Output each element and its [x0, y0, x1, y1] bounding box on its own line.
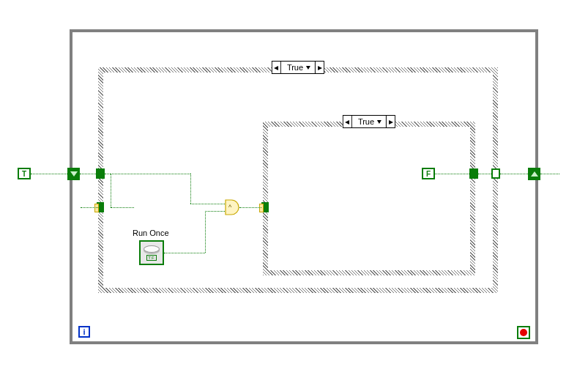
- wire: [205, 211, 206, 253]
- caret-left-icon: ◂: [345, 116, 349, 127]
- shift-register-left[interactable]: [67, 168, 80, 180]
- dropdown-icon: [306, 66, 310, 70]
- wire: [105, 174, 111, 174]
- caret-right-icon: ▸: [318, 62, 322, 73]
- case-inner-selector[interactable]: ◂ True ▸: [343, 115, 395, 128]
- case-inner-next-button[interactable]: ▸: [386, 116, 395, 127]
- and-gate[interactable]: ^: [225, 199, 239, 215]
- case-outer-prev-button[interactable]: ◂: [272, 62, 281, 73]
- wire: [500, 174, 528, 174]
- shift-register-right[interactable]: [528, 168, 540, 180]
- run-once-label: Run Once: [133, 229, 169, 237]
- wire: [80, 174, 97, 174]
- wire: [164, 253, 205, 253]
- wire: [190, 174, 191, 204]
- wire: [239, 207, 261, 208]
- case-inner-current-label: True: [358, 117, 374, 126]
- selector-terminal-inner[interactable]: [261, 202, 269, 212]
- case-outer-next-button[interactable]: ▸: [315, 62, 324, 73]
- boolean-false-label: F: [426, 170, 431, 178]
- caret-left-icon: ◂: [274, 62, 278, 73]
- wire: [31, 174, 67, 174]
- boolean-true-constant[interactable]: T: [18, 168, 31, 179]
- wire: [111, 174, 111, 207]
- tunnel-inner-right[interactable]: [469, 168, 478, 179]
- boolean-type-icon: TF: [146, 255, 156, 261]
- case-inner-current[interactable]: True: [352, 116, 386, 127]
- wire: [111, 207, 134, 208]
- boolean-true-label: T: [22, 170, 26, 178]
- iteration-terminal[interactable]: i: [78, 326, 90, 338]
- wire: [190, 204, 225, 204]
- case-inner-diagram-area: [268, 127, 470, 270]
- chevron-down-icon: [70, 171, 78, 177]
- dropdown-icon: [377, 120, 382, 124]
- run-once-control[interactable]: TF: [139, 240, 164, 265]
- boolean-false-constant[interactable]: F: [422, 168, 435, 179]
- wire: [111, 174, 190, 174]
- and-gate-icon: ^: [225, 199, 239, 215]
- caret-right-icon: ▸: [389, 116, 393, 127]
- block-diagram-canvas: i T ◂ True ▸: [0, 0, 588, 386]
- case-inner-prev-button[interactable]: ◂: [343, 116, 352, 127]
- case-outer-current-label: True: [287, 63, 303, 72]
- wire: [478, 174, 493, 174]
- button-icon: [144, 245, 160, 253]
- case-outer-selector[interactable]: ◂ True ▸: [272, 61, 324, 74]
- wire: [81, 207, 98, 208]
- case-outer-current[interactable]: True: [281, 62, 315, 73]
- wire: [540, 174, 559, 174]
- stop-icon: [520, 329, 527, 336]
- wire: [205, 211, 225, 212]
- chevron-up-icon: [531, 171, 538, 177]
- case-structure-inner[interactable]: ◂ True ▸: [263, 122, 475, 275]
- loop-condition-terminal[interactable]: [517, 326, 530, 339]
- wire: [435, 174, 469, 174]
- iteration-terminal-label: i: [83, 327, 85, 336]
